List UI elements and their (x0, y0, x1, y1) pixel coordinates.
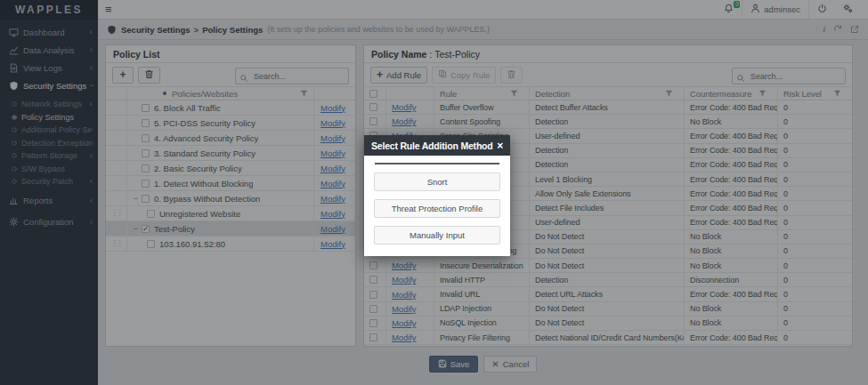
modal-buttons: SnortThreat Protection ProfileManually I… (374, 172, 500, 245)
modal-button-manually-input[interactable]: Manually Input (374, 226, 500, 245)
close-icon[interactable]: × (497, 140, 503, 151)
modal-title: Select Rule Addition Method (371, 140, 493, 151)
modal-button-snort[interactable]: Snort (374, 172, 500, 191)
modal-header: Select Rule Addition Method × (364, 135, 510, 156)
modal-divider (375, 163, 499, 164)
rule-addition-modal: Select Rule Addition Method × SnortThrea… (364, 135, 510, 256)
wapples-console: WAPPLES Dashboard ‹ Data Analysis ‹ View… (0, 0, 868, 385)
modal-body: SnortThreat Protection ProfileManually I… (364, 156, 510, 256)
modal-button-threat-protection-profile[interactable]: Threat Protection Profile (374, 199, 500, 218)
